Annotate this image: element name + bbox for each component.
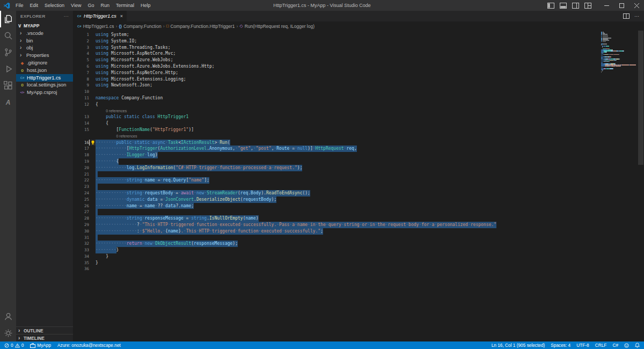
selection-highlight: ············name·=·name·??·data?.name; [96, 203, 194, 209]
tree-item-myapp.csproj[interactable]: </>MyApp.csproj [16, 89, 73, 96]
code-line[interactable]: 8using Microsoft.Extensions.Logging; [73, 76, 644, 83]
toggle-sidebar-icon[interactable] [547, 3, 554, 9]
tab-close-icon[interactable]: × [120, 13, 123, 19]
tree-item-local.settings.json[interactable]: {}local.settings.json [16, 82, 73, 89]
tree-item-host.json[interactable]: {}host.json [16, 67, 73, 74]
code-line[interactable]: 34 } [73, 253, 644, 260]
breadcrumb-class[interactable]: Company.Function.HttpTrigger1 [170, 24, 235, 29]
editor-more-actions-icon[interactable]: ··· [634, 13, 639, 19]
source-control-icon[interactable] [0, 44, 16, 61]
menu-file[interactable]: File [12, 0, 27, 11]
code-line[interactable]: 28············string·responseMessage·=·s… [73, 215, 644, 222]
settings-gear-icon[interactable] [0, 325, 16, 341]
code-line[interactable]: 15 [FunctionName("HttpTrigger1")] [73, 127, 644, 133]
feedback-smiley-icon[interactable] [624, 343, 629, 348]
language-mode-status[interactable]: C# [612, 343, 618, 348]
code-line[interactable]: 33········} [73, 247, 644, 253]
code-line[interactable]: 4using Microsoft.AspNetCore.Mvc; [73, 50, 644, 57]
workspace-header[interactable]: ∨ MYAPP [16, 21, 73, 30]
extensions-icon[interactable] [0, 77, 16, 94]
code-line[interactable]: 14 { [73, 120, 644, 127]
code-editor[interactable]: 1using System;2using System.IO;3using Sy… [73, 31, 644, 341]
code-line[interactable]: 30················:·$"Hello,·{name}.·Thi… [73, 228, 644, 235]
code-line[interactable]: 21 [73, 171, 644, 178]
line-content: ················?·"This·HTTP·triggered·f… [89, 222, 496, 228]
minimize-button[interactable] [599, 0, 614, 11]
scrollbar-thumb[interactable] [638, 31, 643, 165]
encoding-status[interactable]: UTF-8 [576, 343, 589, 348]
project-indicator[interactable]: MyApp [30, 343, 51, 348]
code-line[interactable]: 29················?·"This·HTTP·triggered… [73, 222, 644, 228]
code-line[interactable]: 36 [73, 266, 644, 272]
problems-indicator[interactable]: 0 0 [4, 343, 24, 348]
eol-status[interactable]: CRLF [595, 343, 607, 348]
menu-go[interactable]: Go [84, 0, 97, 11]
code-line[interactable]: 20············log.LogInformation("C#·HTT… [73, 165, 644, 171]
tree-item-bin[interactable]: ›bin [16, 37, 73, 45]
menu-selection[interactable]: Selection [41, 0, 68, 11]
menu-view[interactable]: View [68, 0, 84, 11]
minimap[interactable] [601, 32, 638, 74]
menu-terminal[interactable]: Terminal [113, 0, 137, 11]
tree-item-properties[interactable]: ›Properties [16, 52, 73, 59]
code-line[interactable]: 31 [73, 235, 644, 241]
run-and-debug-icon[interactable] [0, 61, 16, 77]
code-line[interactable]: 19········{ [73, 158, 644, 165]
code-line[interactable]: 7using Microsoft.AspNetCore.Http; [73, 70, 644, 76]
tree-item-.vscode[interactable]: ›.vscode [16, 30, 73, 37]
code-line[interactable]: 26············name·=·name·??·data?.name; [73, 203, 644, 209]
code-line[interactable]: 9using Newtonsoft.Json; [73, 82, 644, 89]
azure-icon[interactable]: A [0, 94, 16, 111]
menu-help[interactable]: Help [137, 0, 154, 11]
code-line[interactable]: 22············string·name·=·req.Query["n… [73, 177, 644, 184]
code-line[interactable]: 2using System.IO; [73, 38, 644, 45]
code-line[interactable]: 17············[HttpTrigger(Authorization… [73, 146, 644, 152]
editor-scrollbar[interactable] [638, 31, 644, 341]
split-editor-icon[interactable] [623, 13, 630, 19]
code-line[interactable]: 6using Microsoft.Azure.WebJobs.Extension… [73, 63, 644, 70]
notifications-bell-icon[interactable] [635, 343, 640, 348]
tree-item-obj[interactable]: ›obj [16, 45, 73, 52]
tree-item-.gitignore[interactable]: ◆.gitignore [16, 59, 73, 67]
customize-layout-icon[interactable] [584, 3, 591, 9]
breadcrumb-file[interactable]: HttpTrigger1.cs [83, 24, 114, 29]
codelens-row[interactable]: 0 references [73, 133, 644, 140]
lightbulb-icon[interactable] [90, 140, 96, 146]
code-line[interactable]: 32············return·new·OkObjectResult(… [73, 241, 644, 247]
breadcrumb-method[interactable]: Run(HttpRequest req, ILogger log) [245, 24, 314, 29]
cursor-position-status[interactable]: Ln 16, Col 1 (905 selected) [492, 343, 545, 348]
code-line[interactable]: 25············dynamic·data·=·JsonConvert… [73, 197, 644, 203]
outline-panel-header[interactable]: › OUTLINE [16, 326, 73, 334]
menu-edit[interactable]: Edit [27, 0, 42, 11]
code-line[interactable]: 24············string·requestBody·=·await… [73, 190, 644, 197]
code-line[interactable]: 18············ILogger·log) [73, 152, 644, 158]
accounts-icon[interactable] [0, 308, 16, 325]
code-line[interactable]: 23 [73, 184, 644, 190]
code-line[interactable]: 11namespace Company.Function [73, 95, 644, 101]
search-icon[interactable] [0, 27, 16, 44]
tab-httptrigger1[interactable]: C# HttpTrigger1.cs × [73, 11, 127, 21]
code-line[interactable]: 3using System.Threading.Tasks; [73, 45, 644, 51]
toggle-secondary-sidebar-icon[interactable] [572, 3, 579, 9]
close-button[interactable] [629, 0, 644, 11]
timeline-panel-header[interactable]: › TIMELINE [16, 334, 73, 341]
explorer-icon[interactable] [0, 11, 16, 27]
azure-account-status[interactable]: Azure: onozuka@nextscape.net [57, 343, 121, 348]
codelens-row[interactable]: 0 references [73, 108, 644, 114]
code-line[interactable]: 16········public·static·async·Task<IActi… [73, 140, 644, 146]
code-token: name [297, 222, 308, 227]
indentation-status[interactable]: Spaces: 4 [551, 343, 570, 348]
code-line[interactable]: 13 public static class HttpTrigger1 [73, 114, 644, 120]
code-line[interactable]: 5using Microsoft.Azure.WebJobs; [73, 57, 644, 63]
code-line[interactable]: 12{ [73, 101, 644, 108]
code-line[interactable]: 35} [73, 260, 644, 266]
code-line[interactable]: 10 [73, 89, 644, 95]
tree-item-httptrigger1.cs[interactable]: C#HttpTrigger1.cs [16, 74, 73, 82]
code-line[interactable]: 27 [73, 209, 644, 215]
breadcrumb-namespace[interactable]: Company.Function [123, 24, 162, 29]
code-line[interactable]: 1using System; [73, 32, 644, 38]
explorer-more-actions-icon[interactable]: ··· [64, 14, 69, 19]
toggle-panel-icon[interactable] [560, 3, 567, 9]
maximize-button[interactable] [614, 0, 629, 11]
menu-run[interactable]: Run [97, 0, 113, 11]
